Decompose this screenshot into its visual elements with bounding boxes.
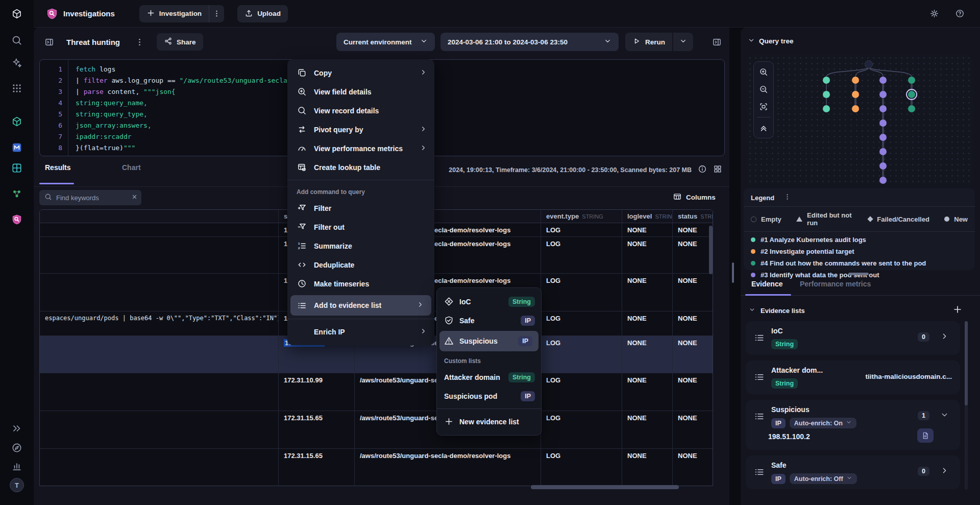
zoom-in-icon[interactable] [755,63,772,81]
product-logo-icon[interactable] [10,7,23,20]
table-cell[interactable]: NONE [672,373,713,411]
table-cell[interactable]: 172.31.15.65 [278,411,354,448]
collapse-all-icon[interactable] [755,119,772,136]
table-row[interactable]: 172.31.10.99/aws/route53/unguard-secla-d… [40,373,713,411]
app-cube-icon[interactable] [10,115,23,128]
table-cell[interactable]: LOG [541,237,622,273]
date-range-selector[interactable]: 2024-03-06 21:00 to 2024-03-06 23:50 [440,33,619,51]
query-node[interactable] [879,119,887,127]
info-icon[interactable] [698,164,707,175]
query-node[interactable] [879,162,887,170]
evidence-card-attacker-dom-[interactable]: Attacker dom...Stringtiitha-maliciousdom… [746,360,960,394]
find-keywords-input[interactable] [56,194,127,202]
upload-button[interactable]: Upload [237,5,288,22]
query-node[interactable] [852,77,859,84]
table-cell[interactable]: NONE [622,223,672,236]
apps-grid-icon[interactable] [10,82,23,95]
menu-item-filter-out[interactable]: Filter out [287,218,434,236]
auto-enrich-selector[interactable]: Auto-enrich: On [790,418,856,428]
table-cell[interactable]: NONE [622,274,672,311]
open-panel-icon[interactable] [41,34,57,50]
tab-evidence[interactable]: Evidence [751,280,782,288]
expand-sidebar-icon[interactable] [10,422,23,435]
menu-item-filter[interactable]: Filter [287,199,434,218]
root-node[interactable] [865,61,873,68]
table-cell[interactable]: NONE [622,373,672,411]
table-cell[interactable]: LOG [541,336,622,373]
app-cluster-icon[interactable] [10,187,23,201]
submenu-item-ioc[interactable]: IoCString [437,292,541,311]
horizontal-scrollbar[interactable] [531,485,679,489]
menu-item-view-record-details[interactable]: View record details [287,101,434,120]
menu-item-view-field-details[interactable]: View field details [287,82,434,101]
chart-icon[interactable] [10,460,23,473]
table-cell[interactable] [40,237,278,273]
layout-grid-icon[interactable] [713,164,722,175]
query-node[interactable] [879,91,887,98]
compass-icon[interactable] [10,441,23,454]
table-cell[interactable]: NONE [622,449,672,486]
evidence-lists-header[interactable]: Evidence lists [749,306,805,315]
rerun-options-button[interactable] [673,33,693,51]
query-node[interactable] [852,105,859,112]
table-cell[interactable]: NONE [622,411,672,448]
table-cell[interactable] [40,411,278,448]
menu-item-summarize[interactable]: 12Summarize [287,236,434,255]
legend-query-item[interactable]: #4 Find out how the commands were sent t… [744,257,975,269]
evidence-card-suspicious[interactable]: SuspiciousIPAuto-enrich: On1198.51.100.2 [746,400,960,450]
table-row[interactable]: 172.31.15.65/aws/route53/unguard-secla-d… [40,449,713,486]
table-cell[interactable]: NONE [672,336,713,373]
table-cell[interactable]: 172.31.15.65 [278,449,354,486]
table-cell[interactable]: NONE [672,411,713,448]
query-node[interactable] [908,105,915,112]
table-cell[interactable]: NONE [622,237,672,273]
table-cell[interactable] [40,274,278,311]
workspace-kebab-icon[interactable] [131,34,148,50]
table-cell[interactable]: LOG [541,449,622,486]
table-cell[interactable] [40,223,278,236]
evidence-card-ioc[interactable]: IoCString0 [746,321,960,355]
menu-item-deduplicate[interactable]: Deduplicate [287,255,434,274]
table-cell[interactable]: LOG [541,274,622,311]
query-node[interactable] [879,134,887,141]
menu-item-pivot-query-by[interactable]: Pivot query by [287,120,434,139]
vertical-scrollbar[interactable] [709,226,713,274]
table-cell[interactable] [40,336,278,373]
table-cell[interactable]: LOG [541,411,622,448]
table-cell[interactable]: NONE [622,336,672,373]
menu-item-enrich-ip[interactable]: Enrich IP [287,322,434,341]
tab-performance-metrics[interactable]: Performance metrics [800,280,871,288]
app-investigations-icon[interactable] [10,213,23,226]
settings-gear-icon[interactable] [926,6,942,22]
rerun-button[interactable]: Rerun [625,33,672,51]
evidence-card-safe[interactable]: SafeIPAuto-enrich: Off0 [746,455,960,489]
evidence-scrollbar-thumb[interactable] [965,321,968,405]
table-cell[interactable]: NONE [622,311,672,335]
chevron-down-icon[interactable] [940,411,949,421]
panel-resize-handle[interactable] [732,262,734,283]
query-node[interactable] [879,148,887,155]
submenu-item-safe[interactable]: SafeIP [437,311,541,330]
menu-item-add-to-evidence-list[interactable]: Add to evidence list [290,295,431,316]
query-node[interactable] [879,105,887,112]
column-header[interactable]: statusSTRING [672,210,713,223]
table-cell[interactable]: espaces/unguard/pods | base64 -w 0\"","T… [40,311,278,335]
zoom-out-icon[interactable] [755,81,772,98]
menu-item-view-performance-metrics[interactable]: View performance metrics [287,139,434,158]
submenu-item-suspicious-pod[interactable]: Suspicious podIP [437,387,541,405]
tab-results[interactable]: Results [45,163,71,172]
query-tree-canvas[interactable] [747,55,973,186]
query-tree-header[interactable]: Query tree [748,37,794,45]
table-cell[interactable] [40,449,278,486]
query-node[interactable] [823,91,830,98]
table-cell[interactable] [40,373,278,411]
table-cell[interactable]: /aws/route53/unguard-secla-demo/resolver… [354,449,541,486]
query-node[interactable] [823,77,830,84]
submenu-item-attacker-domain[interactable]: Attacker domainString [437,368,541,387]
new-evidence-list-item[interactable]: New evidence list [437,412,541,431]
menu-item-make-timeseries[interactable]: Make timeseries [287,274,434,293]
tab-chart[interactable]: Chart [122,163,141,172]
investigation-menu-kebab-icon[interactable] [209,5,224,22]
table-cell[interactable]: NONE [672,223,713,236]
table-cell[interactable]: LOG [541,373,622,411]
